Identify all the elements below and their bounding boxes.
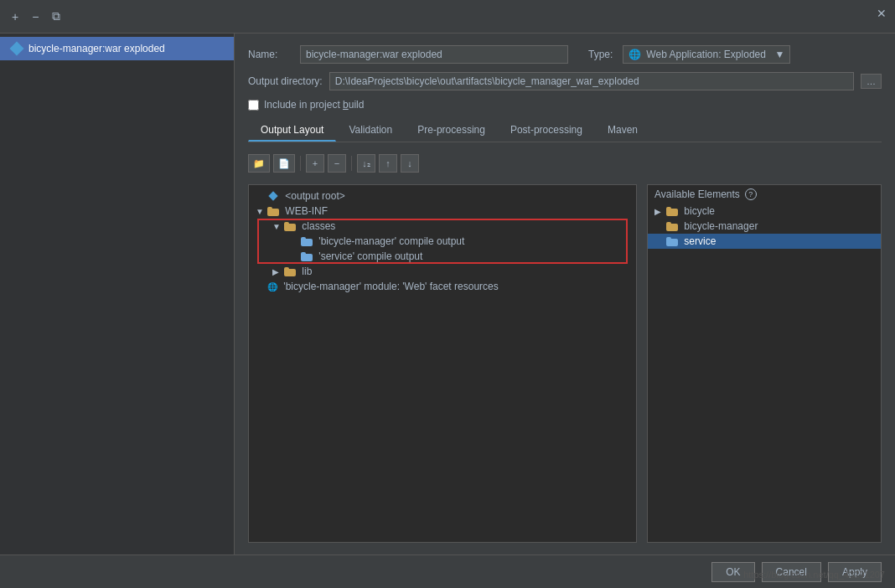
include-build-label: Include in project build: [264, 99, 364, 111]
include-build-checkbox[interactable]: [248, 100, 259, 111]
web-inf-folder-icon: [267, 207, 279, 216]
tab-maven[interactable]: Maven: [595, 119, 650, 142]
watermark: https://blog.csdn.net/qq_43291207: [743, 570, 885, 580]
sidebar-item-artifact[interactable]: bicycle-manager:war exploded: [0, 37, 234, 60]
toolbar-remove-btn[interactable]: −: [328, 154, 346, 173]
type-icon: 🌐: [629, 49, 641, 60]
lib-label: lib: [299, 266, 312, 277]
bicycle-compile-label: 'bicycle-manager' compile output: [316, 235, 464, 247]
tabs-bar: Output Layout Validation Pre-processing …: [248, 119, 882, 142]
sidebar-item-label: bicycle-manager:war exploded: [28, 43, 165, 54]
web-inf-arrow: ▼: [256, 207, 264, 216]
bicycle-manager-folder-icon: [666, 222, 678, 231]
available-elements-panel: Available Elements ? ▶ bicycle bicycle-m…: [647, 184, 882, 543]
service-compile-label: 'service' compile output: [316, 250, 422, 262]
type-label: Type:: [588, 49, 613, 60]
tab-output-layout[interactable]: Output Layout: [248, 119, 336, 142]
type-dropdown[interactable]: 🌐 Web Application: Exploded ▼: [623, 45, 790, 64]
toolbar-add-btn[interactable]: +: [306, 154, 324, 173]
toolbar-file-btn[interactable]: 📄: [273, 154, 295, 173]
help-icon[interactable]: ?: [745, 188, 757, 200]
toolbar-sort-btn[interactable]: ↓₂: [357, 154, 375, 173]
output-root-label: <output root>: [282, 190, 345, 202]
bicycle-compile-icon: [301, 237, 313, 246]
toolbar-down-btn[interactable]: ↓: [401, 154, 419, 173]
available-item-bicycle[interactable]: ▶ bicycle: [648, 204, 881, 219]
tree-item-lib[interactable]: ▶ lib: [249, 264, 636, 279]
title-bar: + − ⧉ ✕: [0, 0, 895, 34]
close-dialog-btn[interactable]: ✕: [877, 7, 887, 20]
output-layout-tree[interactable]: <output root> ▼ WEB-INF ▼: [248, 184, 637, 543]
panels-row: <output root> ▼ WEB-INF ▼: [248, 184, 882, 543]
classes-folder-icon: [284, 222, 296, 231]
service-compile-icon: [301, 252, 313, 261]
classes-label: classes: [299, 220, 335, 232]
layout-toolbar: 📁 📄 + − ↓₂ ↑ ↓: [248, 151, 882, 176]
checkbox-row: Include in project build: [248, 99, 882, 111]
web-facet-icon: 🌐: [267, 282, 277, 291]
no-arrow-3: [289, 252, 297, 261]
artifact-icon: [10, 42, 23, 55]
tab-validation[interactable]: Validation: [336, 119, 405, 142]
classes-arrow: ▼: [272, 222, 281, 231]
no-arrow-2: [289, 237, 297, 246]
no-arrow-5: [654, 222, 663, 231]
add-artifact-btn[interactable]: +: [8, 8, 22, 25]
no-arrow-4: [256, 282, 264, 291]
tree-item-service-compile[interactable]: 'service' compile output: [249, 249, 636, 264]
tab-post-processing[interactable]: Post-processing: [498, 119, 595, 142]
tree-item-classes[interactable]: ▼ classes: [249, 219, 636, 234]
right-panel: Name: Type: 🌐 Web Application: Exploded …: [235, 34, 895, 554]
type-value-text: Web Application: Exploded: [646, 49, 766, 60]
output-root-icon: [267, 190, 279, 202]
available-item-bicycle-manager[interactable]: bicycle-manager: [648, 219, 881, 234]
name-input[interactable]: [300, 45, 568, 64]
available-elements-title: Available Elements: [654, 188, 740, 200]
browse-dir-btn[interactable]: …: [861, 74, 882, 89]
name-label: Name:: [248, 49, 290, 60]
bicycle-expand-arrow: ▶: [654, 207, 663, 216]
lib-arrow: ▶: [272, 267, 281, 276]
name-type-row: Name: Type: 🌐 Web Application: Exploded …: [248, 45, 882, 64]
bicycle-manager-label: bicycle-manager: [681, 220, 758, 232]
tree-item-web-inf[interactable]: ▼ WEB-INF: [249, 204, 636, 219]
highlight-region: ▼ classes 'bicycle-manager' compile outp…: [249, 219, 636, 264]
web-facet-label: 'bicycle-manager' module: 'Web' facet re…: [281, 281, 499, 292]
copy-artifact-btn[interactable]: ⧉: [49, 8, 64, 25]
toolbar-separator-1: [300, 156, 301, 171]
bicycle-folder-icon: [666, 207, 678, 216]
output-dir-label: Output directory:: [248, 75, 323, 87]
tree-item-bicycle-compile[interactable]: 'bicycle-manager' compile output: [249, 234, 636, 249]
artifact-list-sidebar: bicycle-manager:war exploded: [0, 34, 235, 554]
output-dir-input[interactable]: [329, 72, 854, 90]
remove-artifact-btn[interactable]: −: [28, 8, 42, 25]
tree-item-output-root[interactable]: <output root>: [249, 188, 636, 204]
toolbar-up-btn[interactable]: ↑: [379, 154, 397, 173]
service-label: service: [681, 235, 716, 247]
toolbar-folder-btn[interactable]: 📁: [248, 154, 270, 173]
lib-folder-icon: [284, 267, 296, 276]
tree-item-web-facet[interactable]: 🌐 'bicycle-manager' module: 'Web' facet …: [249, 279, 636, 294]
no-arrow-6: [654, 237, 663, 246]
tab-pre-processing[interactable]: Pre-processing: [405, 119, 498, 142]
toolbar-separator-2: [351, 156, 352, 171]
output-dir-row: Output directory: …: [248, 72, 882, 90]
web-inf-label: WEB-INF: [282, 205, 328, 217]
available-item-service[interactable]: service: [648, 234, 881, 249]
bicycle-label: bicycle: [681, 205, 715, 217]
service-folder-icon: [666, 237, 678, 246]
type-dropdown-arrow: ▼: [774, 49, 784, 60]
no-arrow: [256, 192, 264, 201]
available-elements-header: Available Elements ?: [648, 185, 881, 204]
